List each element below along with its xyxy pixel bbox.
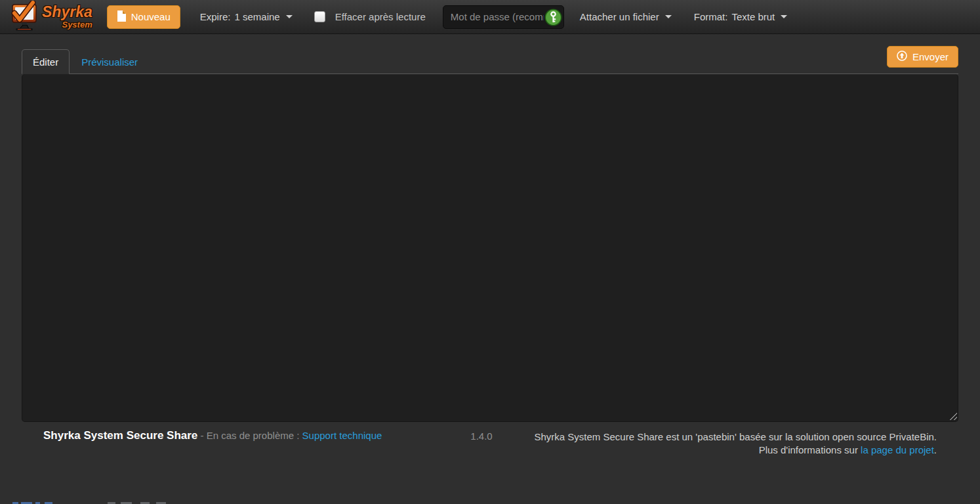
burn-after-reading-checkbox[interactable] [314, 11, 325, 22]
paste-textarea[interactable] [22, 74, 958, 422]
caret-down-icon [781, 15, 787, 18]
send-button[interactable]: Envoyer [887, 46, 958, 68]
expiration-label: Expire: [200, 11, 231, 22]
version-label: 1.4.0 [457, 429, 506, 457]
tab-preview[interactable]: Prévisualiser [71, 50, 148, 74]
attach-file-label: Attacher un fichier [580, 11, 659, 22]
app-title: Shyrka System Secure Share [43, 429, 197, 442]
attach-file-dropdown[interactable]: Attacher un fichier [580, 11, 672, 22]
new-paste-label: Nouveau [131, 11, 171, 22]
caret-down-icon [665, 15, 672, 18]
footer-problem-text: - En cas de problème : [200, 430, 299, 441]
key-icon[interactable] [544, 9, 562, 26]
brand-subtitle: System [62, 20, 92, 29]
brand-logo[interactable]: Shyrka System [5, 1, 92, 33]
about-line2: Plus d'informations sur la page du proje… [506, 444, 937, 457]
expiration-dropdown[interactable]: Expire: 1 semaine [200, 11, 293, 22]
caret-down-icon [286, 15, 293, 18]
tab-bar: Éditer Prévisualiser Envoyer [22, 47, 958, 74]
footer-left: Shyrka System Secure Share - En cas de p… [43, 429, 457, 457]
burn-after-reading-option[interactable]: Effacer après lecture [314, 11, 426, 22]
about-line2-prefix: Plus d'informations sur [759, 444, 858, 455]
about-line2-suffix: . [934, 444, 937, 455]
brand-title: Shyrka System [42, 5, 92, 29]
footer-about: Shyrka System Secure Share est un 'paste… [506, 429, 937, 457]
about-line1: Shyrka System Secure Share est un 'paste… [506, 430, 937, 444]
main-content: Éditer Prévisualiser Envoyer Shyrka Syst… [22, 47, 958, 457]
new-paste-button[interactable]: Nouveau [107, 5, 180, 29]
support-link[interactable]: Support technique [302, 430, 382, 441]
navbar: Shyrka System Nouveau Expire: 1 semaine … [0, 0, 980, 34]
footer: Shyrka System Secure Share - En cas de p… [43, 429, 937, 457]
expiration-value: 1 semaine [234, 11, 279, 22]
monitor-checkmark-icon [5, 1, 39, 33]
send-label: Envoyer [912, 51, 949, 62]
upload-circle-icon [897, 51, 907, 63]
password-field-wrap [443, 5, 564, 29]
tab-edit[interactable]: Éditer [22, 49, 70, 74]
format-value: Texte brut [731, 11, 775, 22]
project-page-link[interactable]: la page du projet [861, 444, 934, 455]
format-dropdown[interactable]: Format: Texte brut [694, 11, 788, 22]
format-label: Format: [694, 11, 728, 22]
editor-area [22, 74, 958, 422]
burn-after-reading-label: Effacer après lecture [335, 11, 426, 22]
brand-name: Shyrka [42, 5, 92, 20]
file-icon [117, 10, 126, 24]
